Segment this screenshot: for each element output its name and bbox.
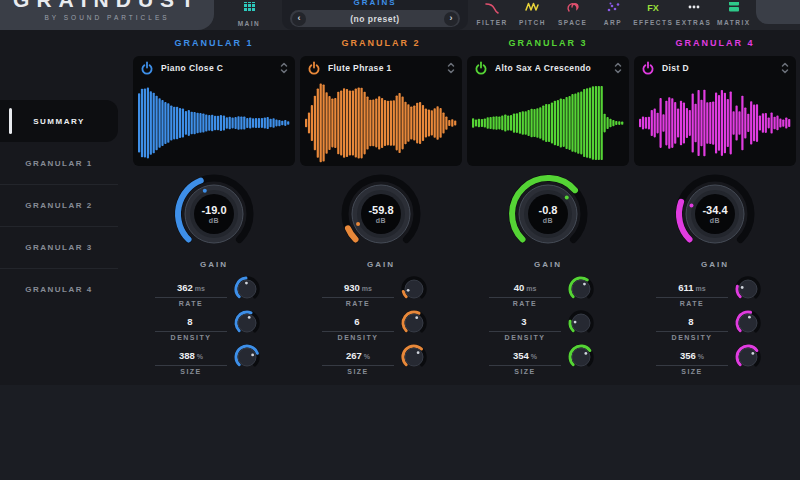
channel-granular-4: GRANULAR 4 Dist D -34.4 dB — [634, 38, 796, 382]
waveform-panel: Dist D — [634, 56, 796, 166]
param-value: 40 — [514, 282, 525, 293]
space-swirl-icon — [566, 2, 580, 14]
sample-selector-arrows[interactable] — [447, 62, 455, 74]
nav-item-label: ARP — [593, 19, 633, 26]
preset-selector[interactable]: ‹ (no preset) › — [290, 10, 460, 27]
param-row-size: 388% SIZE — [133, 345, 295, 375]
param-value: 356 — [680, 350, 696, 361]
param-label: SIZE — [322, 368, 394, 375]
param-value: 8 — [187, 316, 192, 327]
gain-knob[interactable]: -0.8 dB — [506, 172, 590, 256]
gain-value: -19.0 — [201, 204, 226, 216]
channel-granular-3: GRANULAR 3 Alto Sax A Crescendo -0.8 dB — [467, 38, 629, 382]
param-knob-size[interactable] — [233, 343, 261, 371]
param-knob-rate[interactable] — [567, 275, 595, 303]
nav-item-label: PITCH — [512, 19, 552, 26]
param-knob-rate[interactable] — [233, 275, 261, 303]
channel-title: GRANULAR 1 — [133, 38, 295, 53]
param-knob-rate[interactable] — [400, 275, 428, 303]
sample-selector-arrows[interactable] — [280, 62, 288, 74]
nav-item-label: FILTER — [472, 19, 512, 26]
param-knob-density[interactable] — [400, 309, 428, 337]
param-knob-size[interactable] — [734, 343, 762, 371]
nav-item-filter[interactable]: FILTER — [472, 0, 512, 30]
gain-readout: -59.8 dB — [339, 172, 423, 256]
sidebar-item-granular-4[interactable]: GRANULAR 4 — [0, 268, 118, 310]
param-unit: ms — [362, 285, 372, 292]
sidebar-item-granular-3[interactable]: GRANULAR 3 — [0, 226, 118, 268]
sidebar-item-summary[interactable]: SUMMARY — [0, 100, 118, 142]
tab-main[interactable]: MAIN — [216, 0, 282, 30]
param-knob-size[interactable] — [400, 343, 428, 371]
param-knob-density[interactable] — [567, 309, 595, 337]
gain-readout: -0.8 dB — [506, 172, 590, 256]
power-icon[interactable] — [307, 61, 321, 75]
sample-header: Flute Phrase 1 — [300, 56, 462, 75]
sample-selector-arrows[interactable] — [781, 62, 789, 74]
nav-item-pitch[interactable]: PITCH — [512, 0, 552, 30]
gain-knob[interactable]: -34.4 dB — [673, 172, 757, 256]
sidebar-item-label: GRANULAR 1 — [25, 159, 92, 168]
preset-name[interactable]: (no preset) — [350, 14, 399, 24]
power-icon[interactable] — [474, 61, 488, 75]
preset-section: GRAINS ‹ (no preset) › — [282, 0, 468, 30]
param-label: DENSITY — [155, 334, 227, 341]
gain-value: -34.4 — [702, 204, 727, 216]
param-unit: % — [364, 353, 370, 360]
sidebar: SUMMARY GRANULAR 1 GRANULAR 2 GRANULAR 3… — [0, 100, 118, 310]
param-label: RATE — [489, 300, 561, 307]
param-label: RATE — [656, 300, 728, 307]
preset-next-button[interactable]: › — [444, 12, 458, 26]
param-unit: % — [197, 353, 203, 360]
preset-prev-button[interactable]: ‹ — [292, 12, 306, 26]
sidebar-item-granular-2[interactable]: GRANULAR 2 — [0, 184, 118, 226]
sample-name[interactable]: Alto Sax A Crescendo — [495, 63, 614, 73]
sidebar-item-label: GRANULAR 3 — [25, 243, 92, 252]
nav-item-arp[interactable]: ARP — [593, 0, 633, 30]
param-label: SIZE — [656, 368, 728, 375]
param-row-rate: 40ms RATE — [467, 277, 629, 307]
param-row-density: 8 DENSITY — [634, 311, 796, 341]
fx-icon: FX — [646, 2, 660, 14]
nav-item-matrix[interactable]: MATRIX — [714, 0, 754, 30]
param-row-density: 6 DENSITY — [300, 311, 462, 341]
nav-item-effects[interactable]: FX EFFECTS — [633, 0, 673, 30]
param-knob-density[interactable] — [233, 309, 261, 337]
sample-name[interactable]: Dist D — [662, 63, 781, 73]
param-label: DENSITY — [656, 334, 728, 341]
param-readout: 6 DENSITY — [322, 311, 394, 341]
logo-block: GRAINDUST BY SOUND PARTICLES — [0, 0, 214, 30]
param-row-rate: 362ms RATE — [133, 277, 295, 307]
gain-knob[interactable]: -59.8 dB — [339, 172, 423, 256]
param-readout: 40ms RATE — [489, 277, 561, 307]
param-label: DENSITY — [489, 334, 561, 341]
param-row-size: 356% SIZE — [634, 345, 796, 375]
param-knob-rate[interactable] — [734, 275, 762, 303]
sidebar-item-label: GRANULAR 2 — [25, 201, 92, 210]
gain-value: -0.8 — [539, 204, 558, 216]
param-readout: 267% SIZE — [322, 345, 394, 375]
param-value: 388 — [179, 350, 195, 361]
param-value: 3 — [521, 316, 526, 327]
param-readout: 8 DENSITY — [656, 311, 728, 341]
param-knob-density[interactable] — [734, 309, 762, 337]
power-icon[interactable] — [641, 61, 655, 75]
grid-icon — [242, 2, 256, 14]
power-icon[interactable] — [140, 61, 154, 75]
nav-item-space[interactable]: SPACE — [553, 0, 593, 30]
sidebar-item-granular-1[interactable]: GRANULAR 1 — [0, 142, 118, 184]
sample-selector-arrows[interactable] — [614, 62, 622, 74]
param-knob-size[interactable] — [567, 343, 595, 371]
param-value: 8 — [688, 316, 693, 327]
nav-item-label: SPACE — [553, 19, 593, 26]
gain-knob[interactable]: -19.0 dB — [172, 172, 256, 256]
param-unit: ms — [526, 285, 536, 292]
nav-item-extras[interactable]: EXTRAS — [673, 0, 713, 30]
gain-label: GAIN — [133, 260, 295, 269]
channel-title: GRANULAR 2 — [300, 38, 462, 53]
param-rows: 611ms RATE 8 DENSITY — [634, 277, 796, 377]
param-value: 354 — [513, 350, 529, 361]
sample-name[interactable]: Piano Close C — [161, 63, 280, 73]
sample-name[interactable]: Flute Phrase 1 — [328, 63, 447, 73]
param-readout: 356% SIZE — [656, 345, 728, 375]
